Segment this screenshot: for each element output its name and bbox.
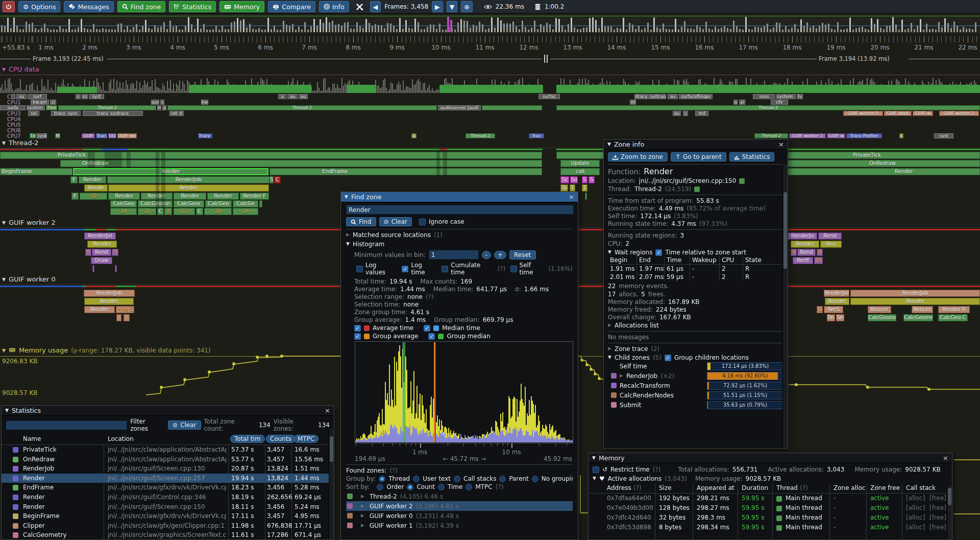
- group-children-checkbox[interactable]: ✓: [665, 355, 671, 361]
- timeline-zone[interactable]: S: [589, 176, 595, 183]
- compare-button[interactable]: Compare: [268, 1, 315, 12]
- active-allocations-row[interactable]: ▼ ♥ Active allocations (3,043) Memory us…: [589, 475, 952, 484]
- allocation-row[interactable]: 0x7dfc53d8988 bytes298.34 ms59.95 sMain …: [589, 524, 952, 533]
- help-icon[interactable]: (?): [653, 466, 661, 473]
- scrollbar[interactable]: [329, 429, 334, 539]
- timeline-zone[interactable]: Tracy !: [198, 133, 212, 138]
- timeline-zone[interactable]: Render: [791, 241, 819, 248]
- timeline-zone[interactable]: Update: [560, 160, 600, 167]
- timeline-zone[interactable]: Thre: [46, 105, 57, 110]
- memory-titlebar[interactable]: ▼ Memory ×: [589, 453, 952, 463]
- timeline-zone[interactable]: CalcGeor: [174, 200, 204, 207]
- timeline-zone[interactable]: C: [196, 208, 203, 215]
- find-zone-button[interactable]: Find zone: [117, 1, 165, 12]
- close-icon[interactable]: ×: [943, 455, 948, 461]
- timeline-zone[interactable]: Render R: [938, 306, 970, 313]
- statistics-titlebar[interactable]: ▼ Statistics ×: [2, 406, 334, 416]
- timeline-zone[interactable]: 9: [817, 249, 823, 256]
- timeline-zone[interactable]: Render: [84, 298, 134, 305]
- help-icon[interactable]: (?): [389, 467, 398, 474]
- frame-select-button[interactable]: ▼: [447, 1, 458, 12]
- timeline-zone[interactable]: Thread-2: [465, 133, 495, 138]
- radio-button[interactable]: [377, 484, 383, 490]
- col-location[interactable]: Location: [108, 435, 134, 442]
- timeline-zone[interactable]: RenderJob: [84, 290, 135, 297]
- timeline-zone[interactable]: tracy_systrace: [83, 111, 143, 116]
- timeline-zone[interactable]: call: [560, 168, 600, 175]
- timeline-zone[interactable]: surf: [28, 94, 47, 99]
- scrollbar[interactable]: [947, 486, 952, 539]
- timeline-zone[interactable]: CalcGe: [233, 200, 258, 207]
- source-color-swatch[interactable]: [739, 178, 745, 184]
- timeline-zone[interactable]: [92, 265, 94, 272]
- timeline-zone[interactable]: 8: [164, 208, 172, 215]
- statistics-button[interactable]: Statistics: [169, 1, 216, 12]
- timeline-zone[interactable]: Rerff: [793, 257, 813, 264]
- timeline-zone[interactable]: 19: [814, 257, 823, 264]
- timeline-zone[interactable]: Render: [73, 168, 268, 175]
- timeline-zone[interactable]: ~Re 5: [116, 306, 134, 313]
- radio-button[interactable]: [438, 484, 445, 490]
- timeline-zone[interactable]: GUIF w: [827, 133, 845, 138]
- timeline-zone[interactable]: RerS: [824, 306, 843, 313]
- child-zone-row[interactable]: Submit35.63 µs (0.79%): [608, 400, 783, 410]
- found-zone-row[interactable]: ▶GUIF worker 0(3,231) 4.48 s: [346, 511, 573, 521]
- timeline-zone[interactable]: GUIF wor: [117, 133, 137, 138]
- zoom-to-zone-button[interactable]: Zoom to zone: [608, 152, 668, 161]
- timeline-zone[interactable]: Sef: [836, 314, 844, 321]
- timeline-zone[interactable]: rot_d: [169, 111, 184, 116]
- reset-button[interactable]: Reset: [509, 250, 536, 260]
- timeline-zone[interactable]: Rencer: [868, 306, 891, 313]
- col-header[interactable]: Duration: [742, 484, 768, 491]
- timeline-zone[interactable]: tracy_sysn: [51, 111, 81, 116]
- radio-button[interactable]: [413, 476, 420, 482]
- timeline-zone[interactable]: s: [76, 94, 81, 99]
- timeline-zone[interactable]: si: [50, 100, 56, 105]
- table-row[interactable]: Renderjni/../jni/src/guif/Screen.cpp:150…: [2, 502, 334, 512]
- option-checkbox[interactable]: ✓: [402, 266, 408, 272]
- timeline-zone[interactable]: RenderJol: [824, 290, 849, 297]
- timeline-zone[interactable]: a: [733, 100, 738, 105]
- col-counts-button[interactable]: Counts: [266, 435, 296, 443]
- timeline-zone[interactable]: GUIF: [82, 133, 95, 138]
- timeline-zone[interactable]: ~16~: [138, 208, 156, 215]
- timeline-zone[interactable]: dracy_systrao: [634, 94, 666, 99]
- radio-button[interactable]: [407, 484, 413, 490]
- timeline-zone[interactable]: S: [270, 176, 274, 183]
- timeline-zone[interactable]: C: [274, 176, 281, 183]
- tools-button[interactable]: [353, 1, 366, 12]
- child-zone-row[interactable]: ▶RenderJob(×2)4.16 ms (92.60%): [608, 371, 783, 381]
- thread-header[interactable]: ▼GUIF worker 0: [2, 275, 56, 283]
- timeline-zone[interactable]: [115, 265, 117, 272]
- callstack-alloc-link[interactable]: [alloc]: [906, 495, 925, 502]
- timeline-zone[interactable]: Draw: [91, 257, 112, 264]
- timeline-zone[interactable]: RenderJol: [84, 232, 116, 240]
- timeline-zone[interactable]: s: [899, 133, 903, 138]
- child-zone-row[interactable]: Self time172.14 µs (3.83%): [608, 361, 783, 371]
- table-row[interactable]: OnRedrawjni/../jni/src/claw/application/…: [2, 455, 334, 464]
- timeline-zone[interactable]: Render: [108, 193, 140, 200]
- table-row[interactable]: CalcGeometryjni/../jni/src/claw/graphics…: [2, 530, 334, 540]
- timeline-zone[interactable]: au: [287, 94, 298, 99]
- timeline-zone[interactable]: [585, 193, 587, 200]
- timeline-zone[interactable]: syst: [934, 133, 953, 138]
- timeline-zone[interactable]: Ty: [560, 184, 568, 192]
- timeline-zone[interactable]: a: [411, 133, 416, 138]
- timeline-zone[interactable]: 8: [791, 249, 797, 256]
- memory-usage-header[interactable]: ▼ Memory usage (y-range: 178.27 KB, visi…: [2, 346, 211, 354]
- matched-locations-row[interactable]: ▶ Matched source locations(1): [346, 231, 573, 239]
- timeline-zone[interactable]: GUIF worker 0: [843, 111, 883, 116]
- frame-overview-strip[interactable]: [0, 14, 980, 33]
- table-row[interactable]: Clipperjni/../jni/src/claw/gfx/geo/Clipp…: [2, 521, 334, 531]
- option-checkbox[interactable]: [442, 266, 448, 272]
- timeline-zone[interactable]: Tir: [30, 133, 36, 138]
- timeline-zone[interactable]: ai: [739, 100, 745, 105]
- allocations-list-row[interactable]: ▶Allocations list: [608, 322, 783, 329]
- table-row[interactable]: RenderJobjni/../jni/src/guif/Screen.cpp:…: [2, 464, 334, 474]
- timeline-zone[interactable]: GUI: [108, 133, 116, 138]
- increment-button[interactable]: +: [494, 251, 506, 259]
- timeline-zone[interactable]: T: [570, 184, 575, 192]
- legend-checkbox[interactable]: ✓: [354, 333, 361, 340]
- radio-button[interactable]: [379, 476, 385, 482]
- col-header[interactable]: Zone free: [870, 484, 900, 491]
